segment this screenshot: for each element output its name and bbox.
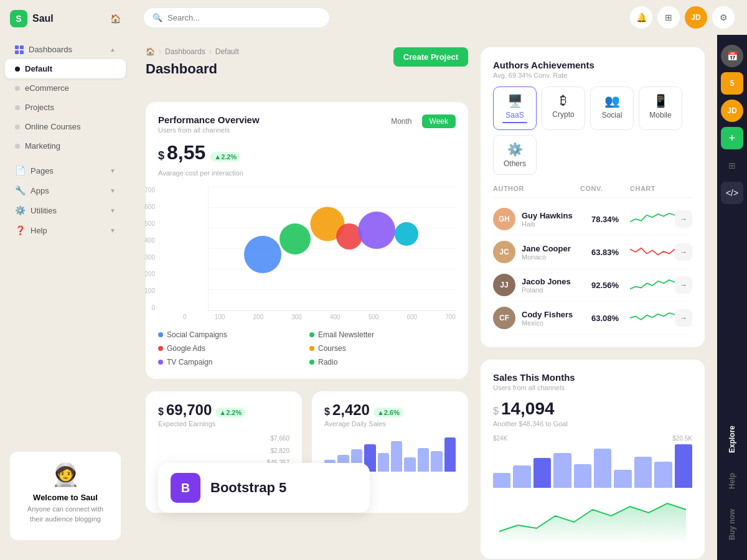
sidebar-item-default[interactable]: Default [5,59,126,78]
authors-header: Authors Achievements Avg. 69.34% Conv. R… [493,60,692,79]
legend-dot [309,346,314,351]
mini-chart [630,309,675,327]
sidebar-item-label: Default [25,64,52,73]
view-button[interactable]: → [675,243,692,261]
explore-tab[interactable]: Explore [723,416,741,463]
area-chart [493,494,692,546]
dashboards-icon [15,45,24,54]
sidebar-item-dashboards[interactable]: Dashboards ▲ [5,40,126,59]
performance-subtitle: Users from all channels [158,126,260,134]
author-tab-saas[interactable]: 🖥️ SaaS [493,86,537,130]
bubble [280,223,311,254]
code-icon[interactable]: </> [721,182,743,204]
add-button[interactable]: + [721,127,743,149]
chart-cell: → [630,243,692,261]
brand: S Saul 🏠 [0,10,131,40]
sidebar-item-projects[interactable]: Projects [5,98,126,117]
bootstrap-overlay: B Bootstrap 5 [158,463,370,513]
table-row: CF Cody Fishers Mexico 63.08% → [493,302,692,335]
user-avatar[interactable]: JD [685,6,707,29]
daily-sales-value: $ 2,420 [324,401,370,419]
tab-week[interactable]: Week [422,114,456,128]
main-area: 🔍 🔔 ⊞ JD ⚙ 🏠 › Dashboards › Default [131,0,747,560]
create-project-button[interactable]: Create Project [393,47,468,67]
expected-earnings-label: Expected Earnings [158,420,289,427]
home-icon: 🏠 [146,47,155,56]
metric-badge: ▲2.2% [210,152,240,162]
help-icon: ❓ [15,225,26,235]
legend-item: Social Campaigns [158,330,304,339]
user-avatar-right[interactable]: JD [721,100,743,122]
table-header: AUTHOR CONV. CHART [493,185,692,198]
sidebar-item-label: Apps [31,186,49,195]
vertical-tabs: Explore Help Buy now [723,416,741,550]
view-button[interactable]: → [675,309,692,327]
bubble [358,212,395,249]
mobile-tab-label: Mobile [649,111,671,119]
author-tab-social[interactable]: 👥 Social [590,86,634,130]
search-box[interactable]: 🔍 [143,7,330,28]
authors-title: Authors Achievements [493,60,594,70]
sidebar-item-help[interactable]: ❓ Help ▼ [5,220,126,240]
chevron-icon: ▼ [110,227,116,234]
sidebar-item-label: Help [31,226,47,235]
dot-icon [15,144,20,149]
help-tab[interactable]: Help [723,463,741,499]
brand-arrow: 🏠 [110,14,121,24]
author-tab-others[interactable]: ⚙️ Others [493,135,537,175]
author-tab-mobile[interactable]: 📱 Mobile [639,86,682,130]
breadcrumb-dashboards[interactable]: Dashboards [165,47,205,56]
legend-item: Email Newsletter [309,330,456,339]
author-name: Guy Hawkins [522,211,573,220]
grid-icon-right[interactable]: ⊞ [721,154,743,177]
crypto-icon: ₿ [560,93,566,108]
conv-value: 63.08% [580,314,630,323]
settings-button[interactable]: ⚙ [712,6,735,29]
avatar: CF [493,307,515,329]
chevron-icon: ▼ [110,207,116,214]
authors-subtitle: Avg. 69.34% Conv. Rate [493,72,594,79]
author-info: JC Jane Cooper Monaco [493,241,580,263]
sidebar-item-online-courses[interactable]: Online Courses [5,117,126,136]
page-header: 🏠 › Dashboards › Default Dashboard Creat… [146,47,468,90]
sales-amount: 14,094 [501,399,555,419]
footer-title: Welcome to Saul [20,493,111,502]
active-dot [15,67,20,72]
author-name: Cody Fishers [522,310,573,319]
avatar: JJ [493,274,515,296]
performance-card: Performance Overview Users from all chan… [146,102,468,379]
sidebar-item-marketing[interactable]: Marketing [5,136,126,156]
sidebar-item-apps[interactable]: 🔧 Apps ▼ [5,180,126,200]
tab-month[interactable]: Month [383,114,419,128]
sidebar-item-pages[interactable]: 📄 Pages ▼ [5,161,126,180]
author-info: JJ Jacob Jones Poland [493,274,580,296]
sidebar-item-utilities[interactable]: ⚙️ Utilities ▼ [5,200,126,220]
calendar-icon[interactable]: 📅 [721,45,743,67]
notification-badge[interactable]: 5 [721,72,743,95]
view-button[interactable]: → [675,276,692,294]
sidebar-item-label: eCommerce [25,83,69,93]
bubble [395,222,418,246]
area-chart-svg [493,494,692,544]
author-name: Jacob Jones [522,277,571,286]
buy-now-tab[interactable]: Buy now [723,499,741,550]
dot-icon [15,124,20,129]
conv-value: 78.34% [580,215,630,224]
sidebar-item-ecommerce[interactable]: eCommerce [5,78,126,98]
metric-label: Avarage cost per interaction [158,169,456,177]
mini-chart [630,243,675,261]
astronaut-illustration: 🧑‍🚀 [20,462,111,488]
notifications-button[interactable]: 🔔 [630,6,652,29]
author-location: Haiti [522,220,573,228]
view-button[interactable]: → [675,210,692,228]
search-input[interactable] [167,13,321,22]
right-sidebar: 📅 5 JD + ⊞ </> Explore Help Buy now [717,35,747,560]
others-tab-label: Others [504,159,526,168]
chevron-icon: ▼ [110,187,116,194]
breadcrumb-default[interactable]: Default [215,47,239,56]
author-name: Jane Cooper [522,244,571,253]
topbar: 🔍 🔔 ⊞ JD ⚙ [131,0,747,35]
grid-button[interactable]: ⊞ [657,6,680,29]
author-tab-crypto[interactable]: ₿ Crypto [542,86,585,130]
chevron-icon: ▼ [110,167,116,174]
